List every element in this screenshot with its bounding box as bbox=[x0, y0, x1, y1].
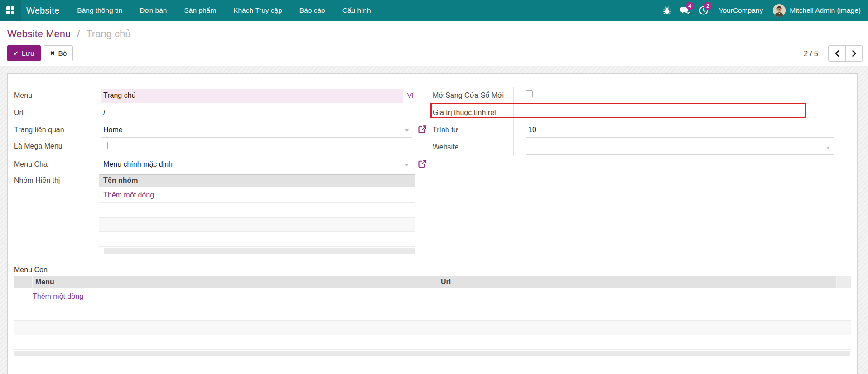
rel-attribute-input[interactable] bbox=[526, 106, 834, 120]
action-buttons: ✔ Lưu ✖ Bỏ bbox=[7, 45, 73, 61]
nav-item-visitors[interactable]: Khách Truy cập bbox=[225, 0, 291, 21]
left-group-separator bbox=[96, 87, 96, 255]
pager-previous-button[interactable] bbox=[829, 46, 845, 61]
parent-menu-external-link-icon[interactable] bbox=[418, 159, 427, 168]
website-label: Website bbox=[433, 143, 459, 151]
visible-groups-label: Nhóm Hiển thị bbox=[14, 177, 60, 185]
pager-next-button[interactable] bbox=[845, 46, 862, 61]
groups-header-extra-cell bbox=[399, 175, 415, 187]
company-switcher[interactable]: YourCompany bbox=[713, 6, 773, 14]
table-row bbox=[14, 321, 851, 335]
messages-count-badge: 4 bbox=[686, 2, 694, 10]
table-row bbox=[99, 232, 415, 247]
user-avatar bbox=[773, 4, 786, 17]
website-select[interactable] bbox=[526, 140, 834, 155]
child-url-column-header[interactable]: Url bbox=[438, 276, 836, 288]
groups-table-footer-strip bbox=[104, 248, 415, 254]
table-row bbox=[14, 304, 851, 321]
new-window-checkbox[interactable] bbox=[526, 90, 533, 97]
groups-column-header[interactable]: Tên nhóm bbox=[99, 175, 399, 187]
sequence-input[interactable]: 10 bbox=[526, 123, 834, 138]
bug-icon bbox=[663, 6, 671, 15]
child-header-extra-cell bbox=[836, 276, 851, 288]
breadcrumb-current: Trang chủ bbox=[86, 28, 130, 39]
breadcrumb-separator: / bbox=[77, 28, 80, 39]
url-input[interactable]: / bbox=[101, 106, 415, 120]
chevron-left-icon bbox=[833, 49, 841, 58]
user-name: Mitchell Admin (image) bbox=[790, 6, 861, 14]
top-navbar: Website Bảng thông tin Đơn bán Sản phẩm … bbox=[0, 0, 868, 21]
mega-menu-label: Là Mega Menu bbox=[14, 142, 63, 150]
apps-menu-button[interactable] bbox=[0, 0, 21, 21]
child-menu-table: Menu Url Thêm một dòng bbox=[14, 276, 851, 350]
form-sheet: Menu Trang chủ VI Url / Trang liên quan … bbox=[7, 73, 858, 374]
table-row: Thêm một dòng bbox=[14, 288, 851, 304]
app-brand[interactable]: Website bbox=[26, 5, 59, 16]
parent-menu-select[interactable]: Menu chính mặc định bbox=[101, 158, 412, 172]
save-button[interactable]: ✔ Lưu bbox=[7, 45, 41, 61]
chevron-down-icon bbox=[405, 129, 409, 132]
activities-count-badge: 2 bbox=[704, 2, 712, 10]
activities-button[interactable]: 2 bbox=[694, 0, 713, 21]
child-menu-column-header[interactable]: Menu bbox=[32, 276, 438, 288]
visible-groups-table: Tên nhóm Thêm một dòng bbox=[99, 174, 415, 247]
child-add-line-link[interactable]: Thêm một dòng bbox=[33, 288, 83, 304]
new-window-label: Mở Sang Cửa Sổ Mới bbox=[433, 91, 504, 100]
discard-button[interactable]: ✖ Bỏ bbox=[44, 45, 73, 61]
parent-menu-label: Menu Cha bbox=[14, 160, 48, 168]
sequence-label: Trình tự bbox=[433, 126, 458, 134]
app-menu-bar: Bảng thông tin Đơn bán Sản phẩm Khách Tr… bbox=[68, 0, 379, 21]
related-page-select[interactable]: Home bbox=[101, 123, 412, 138]
nav-item-configuration[interactable]: Cấu hình bbox=[334, 0, 380, 21]
menu-label: Menu bbox=[14, 91, 32, 100]
chevron-down-icon bbox=[405, 164, 409, 166]
nav-item-products[interactable]: Sản phẩm bbox=[175, 0, 225, 21]
pager: 2 / 5 bbox=[804, 45, 863, 62]
translation-lang-tag[interactable]: VI bbox=[407, 89, 414, 102]
related-page-external-link-icon[interactable] bbox=[418, 125, 427, 134]
pager-value[interactable]: 2 / 5 bbox=[804, 49, 818, 58]
related-page-label: Trang liên quan bbox=[14, 126, 64, 134]
table-row bbox=[99, 218, 415, 232]
x-icon: ✖ bbox=[50, 50, 55, 57]
table-row bbox=[99, 203, 415, 218]
nav-item-dashboard[interactable]: Bảng thông tin bbox=[68, 0, 131, 21]
check-icon: ✔ bbox=[14, 50, 19, 57]
row-handle-column bbox=[14, 276, 32, 288]
systray: 4 2 YourCompany bbox=[658, 0, 868, 21]
content-area: Menu Trang chủ VI Url / Trang liên quan … bbox=[0, 66, 868, 374]
debug-bug-button[interactable] bbox=[658, 0, 676, 21]
control-panel: Website Menu / Trang chủ ✔ Lưu ✖ Bỏ 2 / … bbox=[0, 21, 868, 65]
nav-item-reporting[interactable]: Báo cáo bbox=[291, 0, 334, 21]
child-menu-section-label: Menu Con bbox=[14, 266, 48, 274]
rel-attribute-label: Giá trị thuộc tính rel bbox=[433, 109, 496, 117]
menu-name-input[interactable]: Trang chủ VI bbox=[101, 89, 415, 103]
table-row: Thêm một dòng bbox=[99, 187, 415, 203]
url-label: Url bbox=[14, 109, 23, 117]
nav-item-orders[interactable]: Đơn bán bbox=[131, 0, 175, 21]
right-group-separator bbox=[513, 87, 514, 156]
breadcrumb-parent-link[interactable]: Website Menu bbox=[7, 28, 71, 39]
user-menu[interactable]: Mitchell Admin (image) bbox=[773, 4, 863, 17]
chevron-right-icon bbox=[850, 49, 858, 58]
breadcrumb: Website Menu / Trang chủ bbox=[7, 28, 130, 40]
chevron-down-icon bbox=[826, 147, 830, 149]
messages-button[interactable]: 4 bbox=[676, 0, 694, 21]
mega-menu-checkbox[interactable] bbox=[101, 142, 108, 149]
table-row bbox=[14, 335, 851, 350]
groups-add-line-link[interactable]: Thêm một dòng bbox=[103, 187, 154, 203]
apps-grid-icon bbox=[5, 5, 15, 15]
child-table-footer-strip bbox=[14, 351, 850, 356]
